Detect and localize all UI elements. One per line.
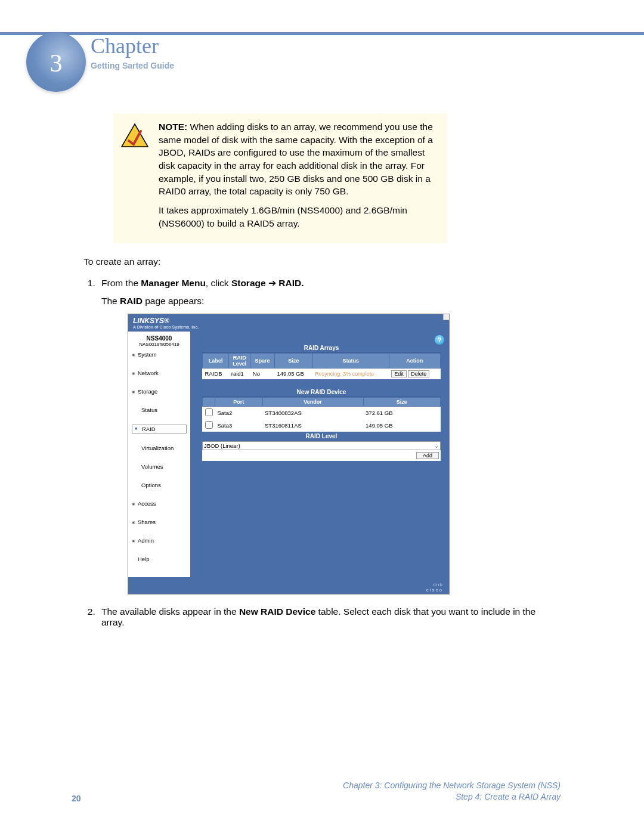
th-check	[203, 397, 215, 406]
intro-text: To create an array:	[83, 256, 561, 267]
device-name: NSS4000	[132, 335, 187, 342]
newdev-table: Port Vendor Size Sata2 ST3400832AS 372.6…	[202, 397, 441, 432]
nav-virtualization[interactable]: Virtualization	[132, 444, 187, 452]
brand-sub: A Division of Cisco Systems, Inc.	[133, 325, 444, 329]
help-icon[interactable]: ?	[435, 335, 444, 345]
step2-a: The available disks appear in the	[101, 606, 239, 617]
nav-network[interactable]: Network	[132, 369, 187, 377]
cell-port: Sata3	[215, 419, 263, 432]
note-box: NOTE: When adding disks to an array, we …	[113, 113, 447, 243]
raid-screenshot: LINKSYS® A Division of Cisco Systems, In…	[128, 314, 450, 594]
step1-sub-b: RAID	[120, 296, 143, 306]
note-label: NOTE:	[159, 122, 187, 132]
th-label: Label	[203, 353, 229, 368]
cell-level: raid1	[229, 368, 250, 379]
page-footer: 20 Chapter 3: Configuring the Network St…	[72, 780, 561, 803]
nav-system[interactable]: System	[132, 351, 187, 358]
raid-level-title: RAID Level	[202, 432, 441, 441]
note-text: NOTE: When adding disks to an array, we …	[159, 120, 438, 236]
nav-options[interactable]: Options	[132, 481, 187, 489]
arrays-table: Label RAID Level Spare Size Status Actio…	[202, 353, 441, 379]
step1-e: RAID.	[278, 278, 304, 288]
footer-line1: Chapter 3: Configuring the Network Stora…	[343, 780, 561, 792]
page-number: 20	[72, 794, 81, 803]
add-button[interactable]: Add	[416, 452, 439, 459]
th-spare: Spare	[250, 353, 275, 368]
nav-help[interactable]: Help	[132, 555, 187, 563]
chapter-label: Chapter	[91, 33, 174, 58]
edit-button[interactable]: Edit	[391, 370, 407, 377]
array-row: RAIDB raid1 No 149.05 GB Resyncing. 3% c…	[203, 368, 441, 379]
th-vendor: Vendor	[262, 397, 363, 406]
raid-level-select[interactable]: JBOD (Linear) ⌄	[202, 441, 441, 450]
th-level: RAID Level	[229, 353, 250, 368]
cell-dsize: 372.61 GB	[363, 406, 440, 419]
disk-checkbox[interactable]	[205, 421, 213, 429]
raid-level-value: JBOD (Linear)	[204, 442, 240, 449]
step1-c: , click	[206, 278, 231, 288]
cell-port: Sata2	[215, 406, 263, 419]
cell-label: RAIDB	[203, 368, 229, 379]
cell-action: Edit Delete	[389, 368, 440, 379]
arrays-title: RAID Arrays	[202, 343, 441, 353]
disk-row: Sata3 ST3160811AS 149.05 GB	[203, 419, 441, 432]
page-body: NOTE: When adding disks to an array, we …	[83, 113, 561, 639]
step1-d: Storage	[231, 278, 266, 288]
brand-bar: LINKSYS® A Division of Cisco Systems, In…	[128, 314, 449, 332]
th-action: Action	[389, 353, 440, 368]
disk-checkbox[interactable]	[205, 408, 213, 416]
chevron-down-icon: ⌄	[434, 442, 439, 449]
nav-shares[interactable]: Shares	[132, 518, 187, 526]
add-row: Add	[202, 450, 441, 461]
step1-a: From the	[101, 278, 141, 288]
cell-spare: No	[250, 368, 275, 379]
footer-line2: Step 4: Create a RAID Array	[343, 791, 561, 803]
cell-vendor: ST3160811AS	[262, 419, 363, 432]
chapter-number: 3	[26, 49, 86, 78]
nav-menu: NSS4000 NAS0018f8056419 System Network S…	[128, 332, 190, 577]
warning-icon	[120, 123, 149, 149]
device-id: NAS0018f8056419	[132, 342, 187, 347]
step1-b: Manager Menu	[141, 278, 206, 288]
nav-admin[interactable]: Admin	[132, 537, 187, 544]
steps-list: From the Manager Menu, click Storage ➔ R…	[98, 278, 561, 628]
scroll-corner	[443, 314, 449, 320]
ss-footer: ılıılı cisco	[128, 577, 449, 594]
step1-sub: The RAID page appears:	[101, 296, 561, 306]
step-1: From the Manager Menu, click Storage ➔ R…	[98, 278, 561, 594]
step-2: The available disks appear in the New RA…	[98, 606, 561, 628]
chapter-text: Chapter Getting Sarted Guide	[91, 18, 174, 70]
nav-raid[interactable]: RAID	[132, 425, 187, 433]
guide-subtitle: Getting Sarted Guide	[91, 61, 174, 70]
newdev-title: New RAID Device	[202, 388, 441, 397]
step1-sub-a: The	[101, 296, 120, 306]
cell-size: 149.05 GB	[274, 368, 312, 379]
step1-sub-c: page appears:	[143, 296, 204, 306]
note-p1: When adding disks to an array, we recomm…	[159, 122, 433, 196]
cell-vendor: ST3400832AS	[262, 406, 363, 419]
th-size2: Size	[363, 397, 440, 406]
th-size: Size	[274, 353, 312, 368]
cell-status: Resyncing. 3% complete	[312, 368, 389, 379]
th-port: Port	[215, 397, 263, 406]
nav-status[interactable]: Status	[132, 406, 187, 414]
content-pane: ? RAID Arrays Label RAID Level Spare Siz…	[190, 332, 449, 577]
nav-volumes[interactable]: Volumes	[132, 463, 187, 470]
chapter-header: 3 Chapter Getting Sarted Guide	[26, 18, 174, 89]
step2-b: New RAID Device	[239, 606, 315, 617]
cell-dsize: 149.05 GB	[363, 419, 440, 432]
disk-row: Sata2 ST3400832AS 372.61 GB	[203, 406, 441, 419]
footer-brand: cisco	[426, 587, 443, 593]
note-p2: It takes approximately 1.6GB/min (NSS400…	[159, 204, 438, 230]
nav-access[interactable]: Access	[132, 500, 187, 507]
arrow-icon: ➔	[268, 278, 276, 288]
delete-button[interactable]: Delete	[408, 370, 429, 377]
ss-body: NSS4000 NAS0018f8056419 System Network S…	[128, 332, 449, 577]
brand-name: LINKSYS®	[133, 317, 169, 325]
th-status: Status	[312, 353, 389, 368]
chapter-badge: 3	[26, 18, 86, 89]
footer-text: Chapter 3: Configuring the Network Stora…	[343, 780, 561, 803]
nav-storage[interactable]: Storage	[132, 388, 187, 395]
